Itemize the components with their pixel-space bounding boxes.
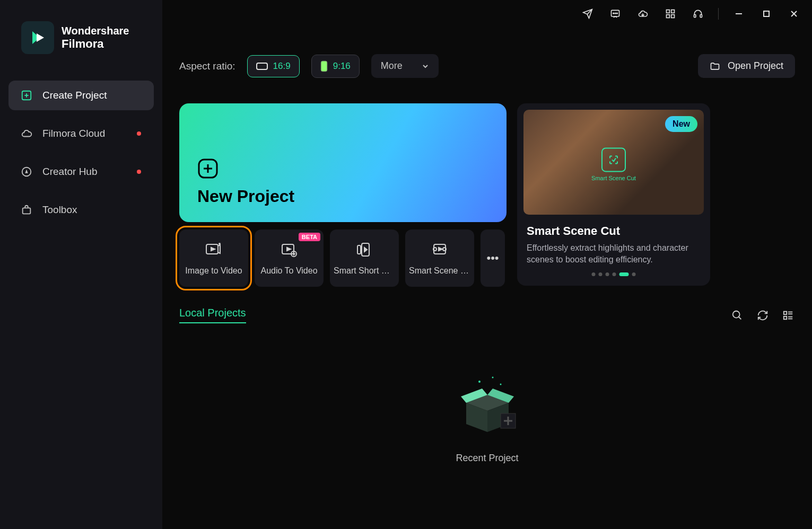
svg-marker-35 — [364, 248, 367, 252]
svg-rect-15 — [671, 15, 675, 18]
svg-rect-22 — [257, 63, 267, 69]
feature-thumb-label: Smart Scene Cut — [591, 175, 636, 181]
svg-marker-31 — [287, 248, 291, 251]
svg-rect-16 — [694, 15, 696, 17]
tool-smart-short-clip[interactable]: Smart Short Cli... — [330, 230, 399, 287]
tool-label: Smart Scene Cut — [409, 266, 470, 276]
app-logo: Wondershare Filmora — [8, 21, 154, 54]
carousel-dot[interactable] — [599, 272, 603, 276]
svg-marker-1 — [37, 33, 44, 42]
svg-rect-7 — [23, 208, 31, 214]
new-project-card[interactable]: New Project — [179, 103, 507, 222]
tool-smart-scene-cut[interactable]: Smart Scene Cut — [405, 230, 474, 287]
send-icon[interactable] — [580, 6, 595, 21]
svg-point-58 — [500, 384, 501, 385]
carousel-dot[interactable] — [606, 272, 609, 276]
sidebar-item-create-project[interactable]: Create Project — [8, 81, 154, 110]
open-project-button[interactable]: Open Project — [698, 54, 795, 78]
sidebar-item-filmora-cloud[interactable]: Filmora Cloud — [8, 119, 154, 148]
svg-rect-45 — [784, 316, 787, 319]
tool-more-button[interactable]: ••• — [481, 230, 505, 287]
folder-icon — [710, 61, 720, 72]
feedback-icon[interactable] — [608, 6, 623, 21]
svg-point-11 — [617, 13, 618, 14]
carousel-dot[interactable] — [613, 272, 616, 276]
tools-icon — [20, 204, 33, 216]
open-project-label: Open Project — [728, 60, 783, 72]
filmora-logo-icon — [21, 21, 54, 54]
tool-audio-to-video[interactable]: BETA Audio To Video — [255, 230, 324, 287]
local-projects-row: Local Projects — [179, 307, 795, 323]
carousel-dot-active[interactable] — [619, 272, 629, 276]
empty-label: Recent Project — [456, 453, 518, 464]
maximize-icon[interactable] — [759, 6, 774, 21]
svg-rect-19 — [764, 11, 769, 16]
aspect-ratio-more[interactable]: More — [371, 54, 439, 78]
new-project-label: New Project — [197, 187, 488, 206]
svg-marker-6 — [25, 169, 28, 173]
svg-point-9 — [613, 13, 614, 14]
plus-rounded-icon — [197, 158, 219, 179]
tool-label: Smart Short Cli... — [334, 266, 395, 276]
svg-point-57 — [492, 377, 493, 378]
svg-point-56 — [478, 381, 481, 383]
image-video-icon — [205, 241, 223, 259]
close-icon[interactable] — [787, 6, 801, 21]
minimize-icon[interactable] — [731, 6, 746, 21]
chevron-down-icon — [422, 63, 429, 70]
beta-badge: BETA — [299, 233, 320, 241]
aspect-ratio-label: Aspect ratio: — [179, 60, 235, 72]
refresh-icon[interactable] — [756, 308, 770, 322]
brand-line1: Wondershare — [62, 25, 129, 37]
aspect-ratio-9-16[interactable]: 9:16 — [311, 55, 360, 78]
divider — [718, 8, 719, 20]
list-view-icon[interactable] — [781, 308, 795, 322]
svg-marker-28 — [211, 248, 215, 251]
notification-dot — [137, 170, 141, 174]
headset-icon[interactable] — [691, 6, 705, 21]
feature-card[interactable]: New Smart Scene Cut Smart Scene Cut Effo… — [517, 103, 710, 286]
hero-row: New Project Image to Video BETA Audio To… — [179, 103, 795, 287]
svg-rect-17 — [700, 15, 702, 17]
feature-title: Smart Scene Cut — [527, 224, 701, 238]
svg-rect-12 — [667, 10, 670, 13]
tool-row: Image to Video BETA Audio To Video Smart… — [179, 230, 507, 287]
svg-rect-34 — [357, 245, 361, 254]
carousel-dot[interactable] — [592, 272, 596, 276]
plus-square-icon — [20, 89, 33, 102]
new-badge: New — [665, 116, 697, 132]
svg-rect-14 — [667, 15, 670, 18]
sidebar-item-creator-hub[interactable]: Creator Hub — [8, 157, 154, 187]
carousel-dot[interactable] — [632, 272, 636, 276]
short-clip-icon — [355, 241, 373, 259]
svg-point-29 — [219, 243, 220, 244]
svg-point-39 — [443, 248, 446, 251]
tab-local-projects[interactable]: Local Projects — [179, 307, 246, 323]
search-icon[interactable] — [730, 308, 744, 322]
grid-apps-icon[interactable] — [663, 6, 678, 21]
portrait-icon — [320, 60, 328, 72]
carousel-dots[interactable] — [592, 272, 636, 276]
svg-line-41 — [739, 316, 741, 319]
main-area: Aspect ratio: 16:9 9:16 More Open Projec… — [162, 0, 812, 529]
brand-line2: Filmora — [62, 37, 129, 51]
aspect-ratio-16-9[interactable]: 16:9 — [247, 55, 300, 77]
svg-point-40 — [733, 311, 740, 318]
titlebar — [162, 0, 812, 28]
tool-image-to-video[interactable]: Image to Video — [179, 230, 248, 287]
sidebar-item-label: Creator Hub — [42, 166, 98, 178]
feature-description: Effortlessly extract highlights and char… — [527, 242, 701, 266]
app-title: Wondershare Filmora — [62, 25, 129, 51]
scene-detect-icon — [601, 147, 626, 172]
more-label: More — [381, 60, 403, 72]
ellipsis-icon: ••• — [486, 251, 499, 265]
feature-thumbnail: New Smart Scene Cut — [523, 110, 704, 215]
aspect-ratio-value: 16:9 — [273, 61, 291, 72]
sidebar-item-label: Create Project — [42, 90, 107, 101]
download-cloud-icon[interactable] — [635, 6, 650, 21]
audio-video-icon — [280, 241, 298, 259]
empty-box-icon — [450, 371, 525, 440]
content: Aspect ratio: 16:9 9:16 More Open Projec… — [162, 28, 812, 464]
sidebar-item-toolbox[interactable]: Toolbox — [8, 195, 154, 225]
cloud-icon — [20, 127, 33, 140]
